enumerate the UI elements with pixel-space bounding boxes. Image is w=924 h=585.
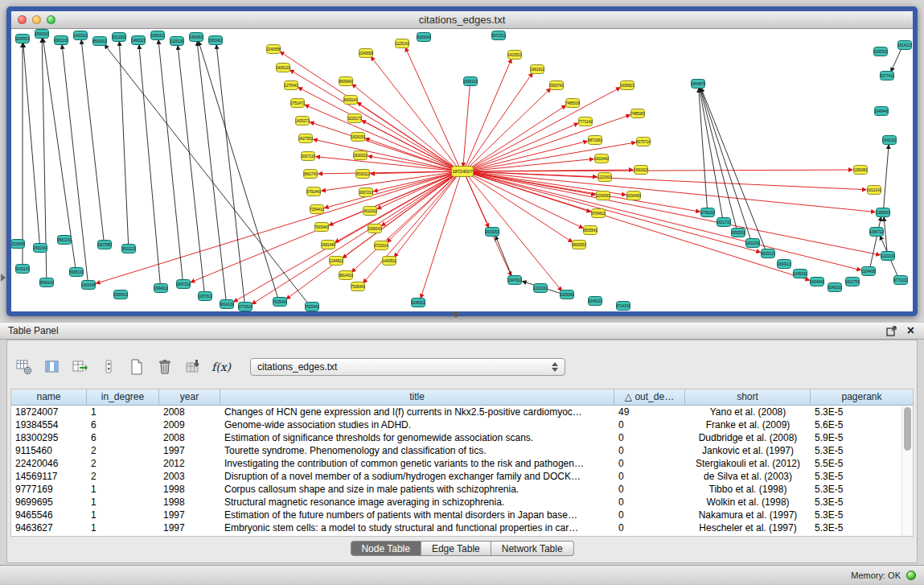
- graph-node[interactable]: 9245021: [588, 297, 602, 306]
- graph-node[interactable]: 2240658: [359, 49, 373, 58]
- table-row[interactable]: 1830029562008Estimation of significance …: [11, 431, 913, 444]
- graph-node[interactable]: 1609341: [560, 290, 574, 299]
- graph-node[interactable]: 3050531: [731, 229, 745, 237]
- graph-node[interactable]: 7536441: [351, 282, 365, 291]
- graph-node[interactable]: 2427551: [298, 134, 313, 143]
- table-row[interactable]: 977716911998Corpus callosum shape and si…: [11, 483, 913, 496]
- graph-node[interactable]: 6799190: [700, 208, 715, 217]
- graph-node[interactable]: 7615443: [305, 303, 319, 311]
- graph-node[interactable]: 9693951: [572, 241, 586, 249]
- graph-node[interactable]: 1493401: [189, 33, 203, 42]
- network-graph[interactable]: 1872400722405581606120127544127514711425…: [11, 29, 913, 311]
- graph-node[interactable]: 8009141: [343, 96, 358, 105]
- graph-node[interactable]: 8275710: [636, 138, 651, 146]
- scrollbar-thumb[interactable]: [904, 407, 911, 451]
- graph-node[interactable]: 1099141: [368, 225, 382, 233]
- graph-node[interactable]: 1695311: [151, 31, 165, 40]
- table-row[interactable]: 2242004622012Investigating the contribut…: [11, 457, 913, 470]
- graph-node[interactable]: 1057611: [199, 292, 212, 301]
- graph-node[interactable]: 1610442: [594, 154, 609, 163]
- graph-node[interactable]: 1696101: [463, 77, 478, 86]
- graph-node[interactable]: 1221031: [881, 252, 895, 261]
- graph-node[interactable]: 2566301: [35, 30, 49, 39]
- graph-node[interactable]: 1443511: [383, 257, 396, 266]
- table-row[interactable]: 1938455462009Genome-wide association stu…: [11, 418, 913, 431]
- graph-node[interactable]: 9154469: [626, 192, 641, 200]
- show-columns-icon[interactable]: [42, 356, 63, 377]
- graph-node[interactable]: 1275441: [284, 81, 298, 90]
- graph-node[interactable]: 1591341: [33, 244, 47, 253]
- tab-network-table[interactable]: Network Table: [491, 541, 574, 556]
- graph-node[interactable]: 7625441: [273, 298, 287, 307]
- graph-node[interactable]: 1099162: [793, 270, 807, 278]
- graph-node[interactable]: 3067131: [301, 152, 315, 161]
- graph-node[interactable]: 1159381: [854, 166, 868, 175]
- graph-node[interactable]: 9791441: [306, 187, 321, 196]
- graph-node[interactable]: 3220171: [347, 114, 362, 123]
- graph-node[interactable]: 7254410: [310, 205, 324, 214]
- graph-node[interactable]: 7485083: [630, 109, 645, 118]
- graph-node[interactable]: 8505541: [583, 226, 598, 235]
- table-row[interactable]: 1872400712008Changes of HCN gene express…: [11, 406, 913, 418]
- graph-node[interactable]: 9572311: [492, 31, 506, 40]
- column-header-out_de[interactable]: △ out_de…: [614, 389, 685, 406]
- column-header-in_degree[interactable]: in_degree: [87, 389, 159, 406]
- graph-node[interactable]: 3611102: [363, 207, 377, 216]
- table-row[interactable]: 946362711997Embryonic stem cells: a mode…: [11, 521, 913, 534]
- graph-node[interactable]: 1590613: [113, 290, 128, 299]
- graph-node[interactable]: 3530112: [356, 170, 370, 179]
- graph-node[interactable]: 2647211: [177, 280, 191, 289]
- graph-node[interactable]: 9614132: [220, 300, 234, 309]
- function-builder-icon[interactable]: f(x): [211, 356, 232, 377]
- column-header-title[interactable]: title: [220, 389, 614, 406]
- graph-node[interactable]: 1694011: [154, 284, 168, 293]
- panel-splitter-handle[interactable]: [451, 312, 461, 318]
- graph-node[interactable]: 1244511: [330, 257, 343, 266]
- graph-node[interactable]: 1953411: [209, 36, 223, 45]
- graph-node[interactable]: 3661743: [303, 170, 318, 179]
- graph-node[interactable]: 8599141: [39, 278, 54, 287]
- column-header-name[interactable]: name: [11, 389, 87, 406]
- graph-node[interactable]: 9190531: [873, 47, 888, 56]
- graph-node[interactable]: 1213161: [533, 284, 548, 293]
- table-selector-dropdown[interactable]: citations_edges.txt: [250, 358, 565, 376]
- graph-node[interactable]: 1664879: [691, 80, 705, 89]
- graph-node[interactable]: 9909941: [339, 77, 353, 86]
- graph-node[interactable]: 1425271: [295, 117, 310, 126]
- graph-node[interactable]: 1063145: [81, 281, 96, 290]
- graph-node[interactable]: 9814410: [339, 271, 353, 280]
- graph-node[interactable]: 1402911: [74, 31, 88, 40]
- graph-node[interactable]: 9772614: [238, 303, 253, 311]
- graph-node[interactable]: 1126130: [170, 37, 184, 46]
- graph-node[interactable]: 6871661: [588, 136, 602, 145]
- graph-node[interactable]: 9714161: [616, 302, 630, 311]
- tab-node-table[interactable]: Node Table: [350, 541, 421, 556]
- graph-node[interactable]: 6771101: [894, 276, 908, 285]
- table-row[interactable]: 946554611997Estimation of the future num…: [11, 509, 913, 521]
- float-panel-icon[interactable]: [886, 326, 897, 336]
- graph-node[interactable]: 1621731: [717, 218, 731, 227]
- graph-node[interactable]: 1385961: [876, 208, 890, 217]
- new-document-icon[interactable]: [126, 356, 147, 377]
- graph-node[interactable]: 1830021: [353, 151, 368, 160]
- graph-node[interactable]: 1423521: [507, 51, 522, 60]
- graph-node[interactable]: 1493021: [131, 36, 146, 45]
- left-splitter-handle[interactable]: [1, 274, 6, 282]
- network-canvas[interactable]: 1872400722405581606120127544127514711425…: [11, 29, 913, 311]
- graph-node[interactable]: 2240558: [266, 45, 281, 54]
- graph-node[interactable]: 3012091: [112, 33, 126, 42]
- column-header-short[interactable]: short: [685, 389, 811, 406]
- graph-node[interactable]: 2204091: [596, 192, 610, 200]
- graph-node[interactable]: 2526695: [11, 240, 25, 249]
- graph-node[interactable]: 2063130: [54, 36, 68, 45]
- graph-node[interactable]: 7615441: [314, 223, 329, 232]
- graph-node[interactable]: 1626151: [351, 133, 365, 142]
- graph-node[interactable]: 5905131: [69, 268, 84, 277]
- graph-node[interactable]: 6930741: [549, 81, 564, 90]
- column-header-year[interactable]: year: [159, 389, 220, 406]
- column-header-pagerank[interactable]: pagerank: [811, 389, 913, 406]
- import-table-icon[interactable]: [183, 356, 203, 377]
- graph-node[interactable]: 1642311: [883, 136, 897, 145]
- rows-icon[interactable]: [98, 356, 119, 377]
- graph-node[interactable]: 1695821: [620, 81, 634, 90]
